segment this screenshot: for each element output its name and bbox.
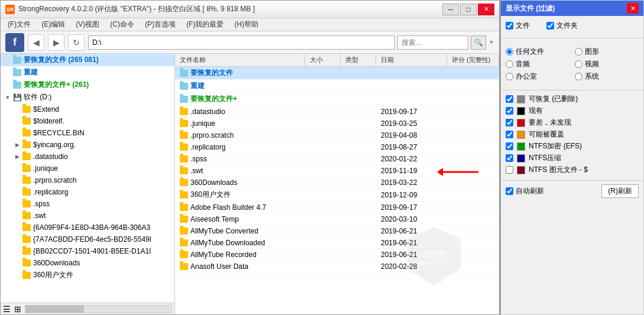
file-row[interactable]: 要恢复的文件 [175, 67, 499, 80]
search-dropdown[interactable]: ▼ [488, 39, 494, 46]
back-button[interactable]: ◀ [28, 34, 44, 51]
tree-item-drive-d[interactable]: ▼ 💾 软件 (D:) [1, 91, 174, 103]
tree-item-swt[interactable]: .swt [1, 210, 174, 222]
filter-recoverable-checkbox[interactable] [506, 95, 513, 103]
filter-radio-system-input[interactable] [575, 73, 582, 80]
menu-view[interactable]: (V)视图 [71, 18, 104, 31]
file-row[interactable]: 重建 [175, 80, 499, 93]
file-type [341, 242, 376, 244]
grid-view-icon[interactable]: ⊞ [14, 304, 21, 314]
filter-radio-system[interactable]: 系统 [575, 72, 639, 82]
tree-item-recover-plus[interactable]: 要恢复的文件+ (261) [1, 79, 174, 91]
tree-item-360downloads[interactable]: 360Downloads [1, 257, 174, 269]
tree-item-recycle[interactable]: $RECYCLE.BIN [1, 127, 174, 139]
filter-existing-checkbox[interactable] [506, 107, 513, 115]
horizontal-scrollbar[interactable] [25, 305, 172, 313]
refresh-button[interactable]: (R)刷新 [601, 184, 639, 198]
tree-item-replicatorg[interactable]: .replicatorg [1, 186, 174, 198]
file-row[interactable]: 360Downloads 2019-03-22 [175, 177, 499, 189]
close-button[interactable]: ✕ [478, 4, 494, 15]
tree-item-guid2[interactable]: {7A7ACBDD-FED6-4ec5-BD26-5549I [1, 233, 174, 245]
filter-auto-refresh-checkbox[interactable] [506, 187, 513, 195]
expand-icon [12, 116, 22, 126]
tree-item-360users[interactable]: 360用户文件 [1, 269, 174, 281]
list-view-icon[interactable]: ☰ [3, 304, 11, 314]
menu-command[interactable]: (C)命令 [105, 18, 139, 31]
filter-radio-shape-input[interactable] [575, 48, 582, 56]
tree-item-datastudio[interactable]: ▶ .datastudio [1, 151, 174, 163]
file-row[interactable]: AllMyTube Downloaded 2019-06-21 [175, 237, 499, 249]
filter-radio-office[interactable]: 办公室 [506, 72, 570, 82]
tree-item-recover-files[interactable]: 要恢复的文件 (265 081) [1, 54, 174, 66]
filter-radio-video-input[interactable] [575, 60, 582, 68]
filter-radio-any[interactable]: 任何文件 [506, 47, 570, 57]
file-date: 2019-09-17 [376, 106, 447, 117]
file-row[interactable]: Adobe Flash Builder 4.7 2019-09-17 [175, 202, 499, 213]
file-row[interactable]: Anasoft User Data 2020-02-28 [175, 261, 499, 272]
facebook-icon[interactable]: f [5, 33, 24, 52]
tree-item-folderelf[interactable]: $folderelf. [1, 115, 174, 127]
filter-close-button[interactable]: ✕ [627, 3, 639, 14]
maximize-button[interactable]: □ [460, 4, 477, 15]
file-row[interactable]: 要恢复的文件+ [175, 93, 499, 106]
tree-item-guid1[interactable]: {6A09F9F4-1E8D-43BA-964B-306A3 [1, 222, 174, 233]
col-header-score[interactable]: 评分 (完整性) [447, 54, 499, 66]
filter-poor-checkbox[interactable] [506, 119, 513, 126]
filter-radio-video[interactable]: 视频 [575, 59, 639, 69]
tree-label: 360用户文件 [33, 270, 73, 280]
refresh-toolbar-button[interactable]: ↻ [68, 34, 85, 51]
file-row[interactable]: .prpro.scratch 2019-04-08 [175, 129, 499, 141]
file-row[interactable]: AllMyTube Recorded 2019-06-21 [175, 249, 499, 261]
file-row[interactable]: .swt 2019-11-19 [175, 165, 499, 177]
file-row[interactable]: 360用户文件 2019-12-09 [175, 189, 499, 202]
filter-efs-checkbox[interactable] [506, 142, 513, 150]
menu-help[interactable]: (H)帮助 [229, 18, 263, 31]
filter-radio-any-input[interactable] [506, 48, 513, 56]
filter-file-checkbox[interactable] [506, 22, 513, 30]
file-row[interactable]: .junique 2019-03-25 [175, 118, 499, 129]
menu-file[interactable]: (F)文件 [3, 18, 35, 31]
filter-radio-shape[interactable]: 图形 [575, 47, 639, 57]
tree-item-rebuild[interactable]: 重建 [1, 66, 174, 79]
search-button[interactable]: 🔍 [471, 35, 486, 50]
file-row[interactable]: Aiseesoft Temp 2020-03-10 [175, 213, 499, 225]
col-header-name[interactable]: 文件名称 [175, 54, 305, 66]
expand-icon [12, 223, 22, 232]
toolbar: f ◀ ▶ ↻ 🔍 ▼ [1, 31, 499, 54]
tree-item-guid3[interactable]: {BB02CCD7-1501-4901-B5EE-D1A1I [1, 245, 174, 257]
menu-favorites[interactable]: (F)我的最爱 [182, 18, 228, 31]
tree-item-junique[interactable]: .junique [1, 163, 174, 174]
expand-icon [12, 258, 22, 268]
filter-file-label[interactable]: 文件 [506, 21, 530, 31]
filter-folder-label[interactable]: 文件夹 [546, 21, 578, 31]
col-header-date[interactable]: 日期 [376, 54, 447, 66]
menu-prefs[interactable]: (P)首选项 [140, 18, 180, 31]
forward-button[interactable]: ▶ [48, 34, 64, 51]
filter-radio-audio-input[interactable] [506, 60, 513, 68]
col-header-size[interactable]: 大小 [305, 54, 341, 66]
tree-content: 要恢复的文件 (265 081) 重建 要恢复的文件+ (261) ▼ 💾 软件 [1, 54, 174, 303]
tree-item-prproscratch[interactable]: .prpro.scratch [1, 174, 174, 186]
file-row[interactable]: .spss 2020-01-22 [175, 153, 499, 165]
tree-item-extend[interactable]: $Extend [1, 103, 174, 115]
filter-efs-label: NTFS加密 (EFS) [529, 141, 582, 151]
filter-meta-checkbox[interactable] [506, 166, 513, 174]
file-row[interactable]: AllMyTube Converted 2019-06-21 [175, 225, 499, 237]
file-type [341, 72, 376, 74]
filter-radio-office-input[interactable] [506, 73, 513, 80]
file-row[interactable]: .datastudio 2019-09-17 [175, 106, 499, 118]
tree-item-yincang[interactable]: ▶ $yincang.org. [1, 139, 174, 151]
filter-folder-checkbox[interactable] [546, 22, 554, 30]
search-input[interactable] [397, 35, 468, 50]
filter-ntfs-compress-checkbox[interactable] [506, 154, 513, 162]
tree-item-spss[interactable]: .spss [1, 198, 174, 210]
filter-radio-audio[interactable]: 音频 [506, 59, 570, 69]
menu-edit[interactable]: (E)编辑 [37, 18, 70, 31]
folder-icon [22, 128, 31, 138]
filter-overwritten-checkbox[interactable] [506, 131, 513, 138]
file-row[interactable]: .replicatorg 2019-08-27 [175, 141, 499, 153]
minimize-button[interactable]: ─ [442, 4, 459, 15]
address-input[interactable] [88, 35, 395, 50]
col-header-type[interactable]: 类型 [341, 54, 376, 66]
filter-auto-refresh-label[interactable]: 自动刷新 [506, 186, 544, 196]
